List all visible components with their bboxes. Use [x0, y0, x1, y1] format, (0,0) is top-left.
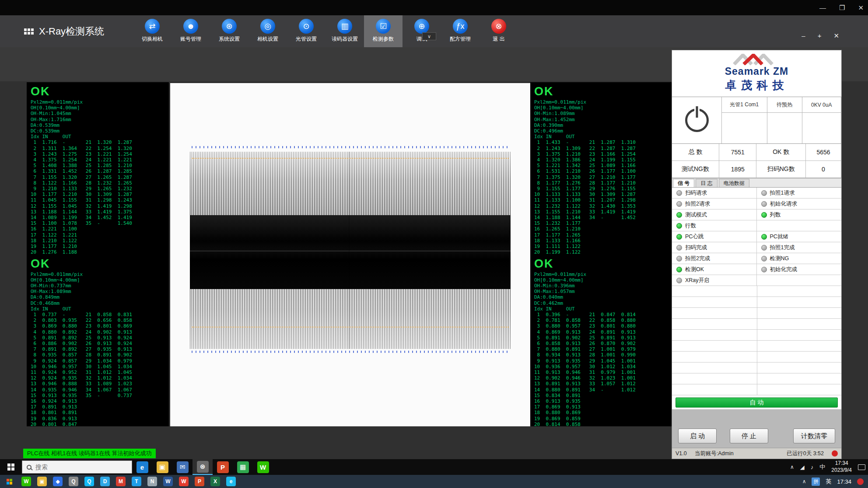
measurement-block-right-bottom: OK Pxl2mm=0.011mm/pixOH[0.10mm~4.00mm]OH…	[530, 254, 672, 427]
language-indicator[interactable]: 英	[826, 478, 831, 485]
powerpoint-icon[interactable]: P	[213, 459, 233, 475]
signal-status-dot	[676, 278, 682, 283]
mail-icon[interactable]: ✉	[172, 459, 192, 475]
signal-status-dot	[676, 245, 682, 251]
outer-close-button[interactable]: ✕	[858, 4, 864, 12]
clock-date: 2023/9/4	[831, 467, 852, 474]
browser-icon[interactable]: e	[132, 459, 152, 475]
ime-indicator[interactable]: 中	[819, 463, 825, 471]
search-input[interactable]	[35, 464, 114, 471]
meta-line: Pxl2mm=0.011mm/pix	[534, 272, 668, 277]
qq-icon[interactable]: Q	[81, 475, 97, 488]
app-minimize-button[interactable]: –	[802, 32, 805, 40]
search-tool-icon[interactable]: Q	[66, 475, 81, 488]
start-button[interactable]	[0, 459, 22, 475]
table-row: 8 0.935 0.857 28 0.891 0.902	[31, 352, 165, 358]
app-icon-glyph: P	[217, 461, 229, 473]
meta-line: DA:0.849mm	[31, 294, 165, 300]
signal-status-dot	[761, 234, 767, 240]
network-icon[interactable]: ◢	[800, 464, 805, 471]
toolbar-item-switch-camera[interactable]: ⇄ 切换相机	[133, 15, 172, 47]
tim-icon[interactable]: T	[129, 475, 144, 488]
tab-signal[interactable]: 信 号	[673, 179, 694, 187]
outer-maximize-button[interactable]: ❐	[839, 4, 845, 12]
toolbar-item-icon: ▥	[337, 19, 352, 34]
table-row: 6 1.531 1.210 26 1.177 1.100	[534, 168, 668, 174]
toolbar-item-icon: ƒx	[453, 19, 468, 34]
app-icon-glyph: W	[21, 477, 31, 486]
tube-cell-empty	[722, 113, 767, 143]
app-close-button[interactable]: ✕	[833, 32, 839, 40]
file-explorer-icon[interactable]: ▣	[34, 475, 50, 488]
dingtalk-icon[interactable]: D	[97, 475, 113, 488]
ime-icon[interactable]: 拼	[812, 478, 820, 486]
table-row: 4 1.320 1.386 24 1.199 1.155	[534, 157, 668, 163]
start-button[interactable]: 启 动	[678, 429, 717, 443]
word-icon[interactable]: W	[160, 475, 176, 488]
taskbar-clock[interactable]: 17:34 2023/9/4	[831, 460, 852, 474]
meta-line: OH[0.10mm~4.00mm]	[31, 277, 165, 283]
excel-icon[interactable]: X	[207, 475, 223, 488]
table-row: 15 0.834 0.891	[534, 393, 668, 398]
signal-label: 拍照1完成	[770, 244, 795, 251]
toolbar-item-debug[interactable]: ⊕ 调试	[402, 15, 441, 47]
toolbar-item-label: 账号管理	[180, 35, 201, 43]
signal-indicator	[757, 275, 842, 286]
volume-icon[interactable]: ♪	[811, 464, 814, 471]
taskbar-search[interactable]	[22, 460, 132, 474]
toolbar-item-camera-settings[interactable]: ◎ 相机设置	[248, 15, 287, 47]
tab-battery-data[interactable]: 电池数据	[719, 179, 749, 187]
toolbar-item-label: 配方管理	[450, 35, 471, 43]
app-icon-glyph: X	[210, 477, 220, 486]
notepad-icon[interactable]: N	[144, 475, 160, 488]
wechat-icon[interactable]: W	[253, 459, 273, 475]
toolbar-item-system-settings[interactable]: ⊛ 系统设置	[210, 15, 248, 47]
file-explorer-icon[interactable]: ▣	[152, 459, 172, 475]
mail-client-icon[interactable]: M	[113, 475, 129, 488]
image-viewer-icon[interactable]: ▦	[233, 459, 253, 475]
app-icon-glyph: ⊛	[197, 461, 209, 473]
tray-expand-chevron-icon[interactable]: ∧	[790, 464, 794, 470]
toolbar-item-label: 检测参数	[373, 35, 394, 43]
powerpoint-icon[interactable]: P	[192, 475, 207, 488]
table-row: 20 1.276 1.188	[31, 249, 165, 254]
tray-expand-chevron-icon[interactable]: ∧	[802, 478, 806, 485]
toolbar-item-tube-settings[interactable]: ⊙ 光管设置	[287, 15, 326, 47]
reset-count-button[interactable]: 计数清零	[793, 429, 835, 443]
toolbar-item-detect-params[interactable]: ☑ 检测参数	[364, 15, 402, 47]
wps-icon[interactable]: W	[176, 475, 192, 488]
action-center-icon[interactable]	[858, 464, 865, 470]
image-seam	[349, 152, 350, 349]
signal-status-dot	[676, 234, 682, 240]
table-row: 14 1.089 1.199 34 1.452 1.419	[31, 215, 165, 220]
company-logo: Seamark ZM 卓茂科技	[672, 50, 841, 97]
app-plus-button[interactable]: +	[818, 32, 822, 40]
table-row: 16 1.265 1.210	[534, 226, 668, 232]
meta-line: DC:0.468mm	[31, 300, 165, 306]
toolbar-item-exit[interactable]: ⊗ 退 出	[480, 15, 518, 47]
signal-status-dot	[761, 245, 767, 251]
signal-indicator: PC就绪	[757, 231, 842, 242]
tab-log[interactable]: 日 志	[696, 179, 717, 187]
start-button-secondary[interactable]	[0, 475, 18, 488]
auto-mode-button[interactable]: 自 动	[676, 397, 838, 408]
app-icon-glyph: T	[132, 477, 141, 486]
app-icon-glyph: e	[136, 461, 148, 473]
toolbar-item-reader-settings[interactable]: ▥ 读码器设置	[326, 15, 364, 47]
toolbar-item-account-management[interactable]: ☻ 账号管理	[172, 15, 210, 47]
result-status: OK	[31, 84, 165, 98]
device-status-bar: PLC在线 相机1在线 读码器1在线 算法初始化成功	[23, 449, 156, 458]
toolbar-item-recipe-management[interactable]: ƒx 配方管理	[441, 15, 480, 47]
antivirus-badge-icon[interactable]	[857, 478, 864, 485]
stop-button[interactable]: 停 止	[730, 429, 768, 443]
app-titlebar: X-Ray检测系统 ⇄ 切换相机 ☻ 账号管理 ⊛ 系统设置	[0, 15, 868, 47]
toolbar-dropdown-chevron-icon[interactable]: ∨	[422, 32, 436, 40]
ie-icon[interactable]: e	[223, 475, 239, 488]
settings-gear-icon[interactable]: ⊛	[192, 459, 213, 475]
xray-power-button[interactable]	[672, 97, 722, 143]
outer-minimize-button[interactable]: —	[819, 4, 826, 11]
app-market-icon[interactable]: ◆	[50, 475, 66, 488]
wechat-icon[interactable]: W	[18, 475, 34, 488]
app-icon-glyph: N	[147, 477, 157, 486]
windows-logo-icon	[7, 464, 14, 471]
